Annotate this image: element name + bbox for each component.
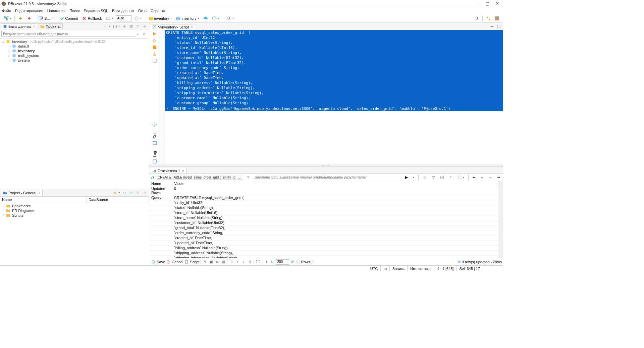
- table-row[interactable]: QueryCREATE TABLE mysql_sales_order_grid…: [149, 195, 498, 200]
- scrollbar[interactable]: [498, 181, 503, 258]
- rollback-button[interactable]: Rollback: [80, 15, 103, 22]
- cancel-icon[interactable]: [166, 259, 171, 265]
- apply-filter-icon[interactable]: ▶: [404, 174, 410, 181]
- panel-icon-3[interactable]: [128, 23, 134, 30]
- perspective-button-2[interactable]: [493, 15, 501, 22]
- out-tab[interactable]: Out: [153, 133, 157, 139]
- export-icon[interactable]: [447, 174, 454, 181]
- code-line[interactable]: `status` Nullable(String),: [165, 40, 503, 45]
- expand-filter-icon[interactable]: [245, 174, 252, 181]
- filter-dropdown[interactable]: ▾: [411, 174, 416, 181]
- table-row[interactable]: `order_currency_code` String,: [149, 230, 498, 235]
- dup-row-icon[interactable]: ⧉: [214, 259, 220, 265]
- tx-log-button[interactable]: ▾: [132, 15, 143, 22]
- code-line[interactable]: `customer_email` Nullable(String),: [165, 95, 503, 100]
- new-conn-icon[interactable]: +▾: [103, 23, 111, 30]
- zoom-icon[interactable]: ⛶: [255, 259, 261, 265]
- tab-projects[interactable]: Проекты: [38, 23, 63, 29]
- tab-project[interactable]: Project - General ×: [1, 190, 43, 196]
- tx-mode-select[interactable]: [116, 15, 132, 21]
- table-row[interactable]: `shipping_information` Nullable(String),: [149, 256, 498, 258]
- table-row[interactable]: `billing_address` Nullable(String),: [149, 246, 498, 251]
- code-line[interactable]: `shipping_information` Nullable(String),: [165, 90, 503, 95]
- filter-icon[interactable]: [430, 174, 437, 181]
- panel-icon-2[interactable]: [121, 23, 127, 30]
- table-row[interactable]: `grand_total` Nullable(Float32),: [149, 225, 498, 230]
- code-line[interactable]: `billing_address` Nullable(String),: [165, 80, 503, 85]
- gear-icon[interactable]: [421, 174, 428, 181]
- expand-icon[interactable]: ›: [7, 59, 11, 62]
- tab-statistics[interactable]: Статистика 1 ×: [150, 168, 186, 173]
- load-icon[interactable]: [152, 52, 157, 56]
- cloud-button-2[interactable]: ▾: [210, 15, 221, 22]
- tab-databases[interactable]: Базы данных ×: [1, 23, 37, 29]
- nav-prev-icon[interactable]: ←: [479, 174, 486, 181]
- connect-button[interactable]: [16, 15, 24, 22]
- expand-icon[interactable]: ›: [7, 54, 11, 58]
- refresh-icon[interactable]: [121, 190, 127, 196]
- close-icon[interactable]: ×: [191, 25, 193, 29]
- execute-script-icon[interactable]: [152, 38, 157, 43]
- fold-gutter[interactable]: [160, 30, 165, 164]
- code-line[interactable]: `created_at` DateTime,: [165, 70, 503, 75]
- table-row[interactable]: `store_name` Nullable(String),: [149, 215, 498, 220]
- code-line[interactable]: `customer_group` Nullable(String): [165, 100, 503, 106]
- expand-icon[interactable]: ›: [1, 204, 5, 208]
- commit-button[interactable]: Commit: [58, 15, 80, 22]
- tree-root[interactable]: ⌄ inventory - rc1b-py9tbsbnf4y81n5l.mdb.…: [0, 39, 149, 44]
- datasource-select[interactable]: inventory▾: [147, 15, 174, 22]
- link-icon[interactable]: [142, 190, 148, 196]
- edit-icon[interactable]: ✎: [202, 259, 208, 265]
- table-row[interactable]: `entity_id` UInt32,: [149, 200, 498, 205]
- nav-first-icon[interactable]: ⇤: [471, 174, 477, 181]
- table-row[interactable]: `shipping_address` Nullable(String),: [149, 251, 498, 256]
- table-row[interactable]: `status` Nullable(String),: [149, 205, 498, 210]
- collapse-icon[interactable]: [135, 23, 141, 30]
- out-icon[interactable]: [152, 141, 157, 145]
- panel-icon-1[interactable]: ▾: [112, 23, 121, 30]
- cloud-button-1[interactable]: [202, 15, 210, 22]
- gear-icon[interactable]: ▾: [112, 190, 121, 196]
- execute-icon[interactable]: [152, 31, 157, 36]
- tree-item-default[interactable]: › default: [0, 44, 149, 49]
- save-icon[interactable]: [151, 259, 156, 265]
- gear-icon[interactable]: [152, 122, 157, 127]
- menu-navigate[interactable]: Навигация: [47, 9, 65, 13]
- tree-item-system[interactable]: › system: [0, 58, 149, 63]
- close-icon[interactable]: ×: [38, 191, 40, 195]
- table-row[interactable]: Updated Rows0: [149, 186, 498, 195]
- tree-search-input[interactable]: [1, 31, 135, 37]
- code-line[interactable]: CREATE TABLE mysql_sales_order_grid (: [165, 30, 503, 35]
- cancel-label[interactable]: Cancel: [172, 260, 183, 264]
- save-icon[interactable]: [152, 58, 157, 63]
- code-line[interactable]: `store_name` Nullable(String),: [165, 50, 503, 55]
- menu-window[interactable]: Окна: [138, 9, 147, 13]
- prev-icon[interactable]: ‹: [235, 259, 240, 265]
- table-row[interactable]: `store_id` Nullable(UInt16),: [149, 210, 498, 215]
- first-icon[interactable]: |‹: [229, 259, 234, 265]
- search-button[interactable]: ▾: [225, 15, 235, 22]
- new-connection-button[interactable]: +▾: [2, 15, 13, 22]
- save-label[interactable]: Save: [157, 260, 165, 264]
- col-value[interactable]: Value: [172, 181, 498, 186]
- code-line[interactable]: `entity_id` UInt32,: [165, 35, 503, 40]
- close-icon[interactable]: ×: [182, 169, 184, 173]
- maximize-button[interactable]: ▢: [485, 1, 489, 6]
- code-line[interactable]: `shipping_address` Nullable(String),: [165, 85, 503, 90]
- project-item-er[interactable]: › ER Diagrams: [0, 208, 149, 213]
- perspective-button-1[interactable]: [484, 15, 492, 22]
- code-line[interactable]: `order_currency_code` String,: [165, 65, 503, 70]
- nav-last-icon[interactable]: ⇥: [495, 174, 502, 181]
- minimize-button[interactable]: —: [475, 1, 479, 6]
- status-tz[interactable]: UTC: [368, 266, 381, 271]
- close-button[interactable]: ✕: [495, 1, 499, 6]
- expand-icon[interactable]: ›: [1, 209, 5, 213]
- search-icon[interactable]: [473, 15, 481, 22]
- search-dropdown[interactable]: ▾: [135, 31, 140, 38]
- menu-help[interactable]: Справка: [151, 9, 165, 13]
- script-label[interactable]: Script: [190, 260, 199, 264]
- filter-input[interactable]: [253, 175, 402, 180]
- table-row[interactable]: `updated_at` DateTime,: [149, 240, 498, 246]
- explain-icon[interactable]: [152, 45, 157, 50]
- table-row[interactable]: `created_at` DateTime,: [149, 235, 498, 240]
